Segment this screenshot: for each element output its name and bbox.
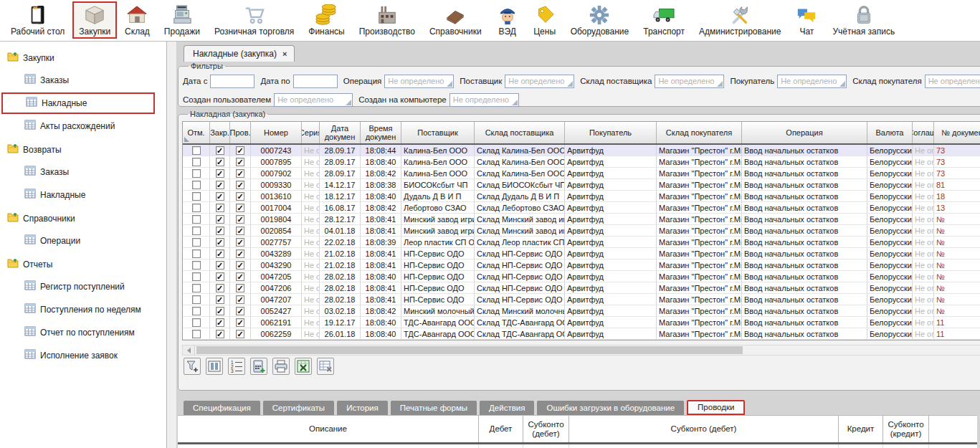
grid-column-header-doc[interactable]: № документа bbox=[934, 122, 980, 143]
checkbox-posted-checked[interactable]: ✓ bbox=[236, 192, 244, 201]
checkbox-marked-unchecked[interactable] bbox=[192, 272, 201, 281]
cell-posted[interactable]: ✓ bbox=[230, 168, 251, 178]
bottom-tab-печатные-формы[interactable]: Печатные формы bbox=[391, 401, 477, 415]
filter-combo-операция[interactable]: Не определено bbox=[384, 75, 454, 88]
checkbox-closed-checked[interactable]: ✓ bbox=[216, 181, 224, 189]
checkbox-posted-checked[interactable]: ✓ bbox=[236, 181, 244, 189]
grid-column-header-closed[interactable]: Закр. bbox=[210, 122, 230, 143]
invoice-row-0052427[interactable]: ✓✓0052427Не определено03.02.1818:08:42Ми… bbox=[183, 305, 980, 317]
grid-column-header-posted[interactable]: Пров. bbox=[230, 122, 251, 143]
checkbox-marked-unchecked[interactable] bbox=[192, 238, 201, 247]
filter-combo-склад-покупателя[interactable]: Не определено bbox=[925, 75, 980, 88]
grid-column-header-mark[interactable]: Отм. bbox=[183, 122, 210, 143]
grid-column-header-operation[interactable]: Операция bbox=[742, 122, 867, 143]
filter-combo-склад-поставщика[interactable]: Не определено bbox=[655, 75, 724, 88]
horizontal-scrollbar[interactable] bbox=[182, 345, 980, 356]
checkbox-marked-unchecked[interactable] bbox=[192, 158, 201, 166]
invoice-row-0047205[interactable]: ✓✓0047205Не определено28.02.1818:08:40НП… bbox=[183, 271, 980, 282]
cell-mark[interactable] bbox=[183, 271, 210, 282]
cell-posted[interactable]: ✓ bbox=[230, 225, 251, 236]
invoice-row-0043290[interactable]: ✓✓0043290Не определено21.02.1818:08:41НП… bbox=[183, 259, 980, 271]
cell-posted[interactable]: ✓ bbox=[230, 271, 251, 282]
checkbox-closed-checked[interactable]: ✓ bbox=[216, 192, 224, 201]
cell-mark[interactable] bbox=[183, 191, 210, 201]
cell-posted[interactable]: ✓ bbox=[230, 179, 251, 190]
cell-closed[interactable]: ✓ bbox=[210, 202, 230, 213]
invoice-row-0007902[interactable]: ✓✓0007902Не определено28.09.1718:08:42Ка… bbox=[183, 168, 980, 179]
checkbox-marked-unchecked[interactable] bbox=[192, 330, 201, 338]
tree-item-отчет-по-поступлениям[interactable]: Отчет по поступлениям bbox=[0, 321, 166, 344]
invoice-row-0019804[interactable]: ✓✓0019804Не определено28.12.1718:08:41Ми… bbox=[183, 214, 980, 225]
checkbox-posted-checked[interactable]: ✓ bbox=[236, 215, 244, 224]
grid-column-header-time[interactable]: Время докумен bbox=[361, 122, 401, 143]
checkbox-closed-checked[interactable]: ✓ bbox=[216, 158, 224, 166]
bottom-tab-проводки[interactable]: Проводки bbox=[687, 400, 745, 415]
invoice-row-0020854[interactable]: ✓✓0020854Не определено04.01.1818:08:41Ми… bbox=[183, 225, 980, 237]
toolbar-button-продажи[interactable]: Продажи bbox=[158, 1, 206, 39]
sidebar-splitter[interactable] bbox=[167, 42, 177, 448]
grid-column-header-supplierstore[interactable]: Склад поставщика bbox=[475, 122, 565, 143]
cell-closed[interactable]: ✓ bbox=[210, 179, 230, 190]
checkbox-posted-checked[interactable]: ✓ bbox=[236, 330, 244, 338]
cell-mark[interactable] bbox=[183, 202, 210, 213]
cell-posted[interactable]: ✓ bbox=[230, 259, 251, 270]
filter-input-дата-с[interactable] bbox=[210, 75, 254, 88]
checkbox-marked-unchecked[interactable] bbox=[192, 318, 201, 327]
checkbox-marked-unchecked[interactable] bbox=[192, 284, 201, 292]
postings-empty-row[interactable] bbox=[178, 444, 977, 448]
bottom-tab-действия[interactable]: Действия bbox=[480, 401, 534, 415]
tree-item-акты-расхождений[interactable]: Акты расхождений bbox=[0, 115, 166, 138]
cell-mark[interactable] bbox=[183, 237, 210, 247]
cell-mark[interactable] bbox=[183, 328, 210, 339]
checkbox-closed-checked[interactable]: ✓ bbox=[216, 318, 224, 327]
checkbox-marked-unchecked[interactable] bbox=[192, 204, 201, 212]
scroll-left-button[interactable] bbox=[183, 345, 195, 355]
checkbox-closed-checked[interactable]: ✓ bbox=[216, 284, 224, 292]
checkbox-posted-checked[interactable]: ✓ bbox=[236, 295, 244, 304]
checkbox-marked-unchecked[interactable] bbox=[192, 295, 201, 304]
checkbox-posted-checked[interactable]: ✓ bbox=[236, 158, 244, 166]
toolbar-button-цены[interactable]: Цены bbox=[527, 1, 563, 39]
checkbox-posted-checked[interactable]: ✓ bbox=[236, 318, 244, 327]
checkbox-closed-checked[interactable]: ✓ bbox=[216, 261, 224, 270]
grid-tool-filter-add-icon[interactable] bbox=[184, 358, 201, 375]
grid-column-header-buyer[interactable]: Покупатель bbox=[565, 122, 657, 143]
grid-tool-table-remove-icon[interactable] bbox=[317, 358, 334, 375]
invoice-row-0013610[interactable]: ✓✓0013610Не определено18.12.1718:08:40Ду… bbox=[183, 191, 980, 202]
checkbox-marked-unchecked[interactable] bbox=[192, 227, 201, 235]
cell-mark[interactable] bbox=[183, 317, 210, 328]
checkbox-posted-checked[interactable]: ✓ bbox=[236, 249, 244, 258]
checkbox-closed-checked[interactable]: ✓ bbox=[216, 227, 224, 235]
toolbar-button-транспорт[interactable]: Транспорт bbox=[637, 1, 691, 39]
tree-folder-справочники[interactable]: Справочники bbox=[0, 208, 166, 229]
cell-posted[interactable]: ✓ bbox=[230, 202, 251, 213]
toolbar-button-закупки[interactable]: Закупки bbox=[72, 1, 117, 39]
tree-item-поступления-по-неделям[interactable]: Поступления по неделям bbox=[0, 298, 166, 321]
cell-closed[interactable]: ✓ bbox=[210, 328, 230, 339]
cell-posted[interactable]: ✓ bbox=[230, 305, 251, 316]
checkbox-posted-checked[interactable]: ✓ bbox=[236, 284, 244, 292]
bottom-tab-спецификация[interactable]: Спецификация bbox=[184, 401, 260, 415]
cell-mark[interactable] bbox=[183, 225, 210, 236]
cell-mark[interactable] bbox=[183, 168, 210, 178]
tree-item-регистр-поступлений[interactable]: Регистр поступлений bbox=[0, 275, 166, 298]
invoice-row-0007243[interactable]: ✓✓0007243Не определено28.09.1718:08:44Ка… bbox=[183, 145, 980, 156]
checkbox-marked-unchecked[interactable] bbox=[192, 215, 201, 224]
checkbox-posted-checked[interactable]: ✓ bbox=[236, 261, 244, 270]
checkbox-marked-unchecked[interactable] bbox=[192, 249, 201, 258]
invoice-row-0027757[interactable]: ✓✓0027757Не определено22.02.1818:08:39Ле… bbox=[183, 237, 980, 248]
checkbox-closed-checked[interactable]: ✓ bbox=[216, 272, 224, 281]
checkbox-closed-checked[interactable]: ✓ bbox=[216, 330, 224, 338]
grid-tool-numbered-list-icon[interactable]: 123 bbox=[228, 358, 245, 375]
cell-mark[interactable] bbox=[183, 214, 210, 224]
cell-posted[interactable]: ✓ bbox=[230, 317, 251, 328]
cell-closed[interactable]: ✓ bbox=[210, 145, 230, 156]
checkbox-posted-checked[interactable]: ✓ bbox=[236, 238, 244, 247]
checkbox-marked-unchecked[interactable] bbox=[192, 146, 201, 155]
scrollbar-track[interactable] bbox=[195, 345, 980, 355]
tree-item-исполнение-заявок[interactable]: Исполнение заявок bbox=[0, 344, 166, 367]
cell-closed[interactable]: ✓ bbox=[210, 271, 230, 282]
tree-item-накладные[interactable]: Накладные bbox=[1, 92, 155, 114]
filter-combo-создан-пользователем[interactable]: Не определено bbox=[274, 93, 353, 107]
checkbox-closed-checked[interactable]: ✓ bbox=[216, 215, 224, 224]
